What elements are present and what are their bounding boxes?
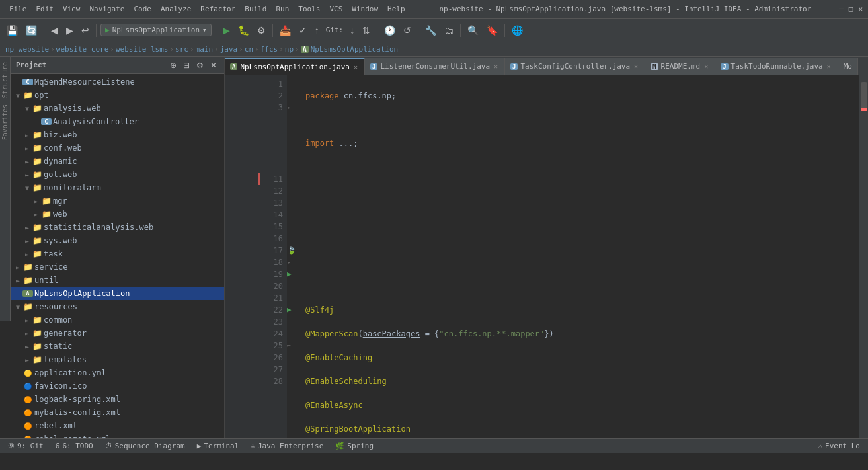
tab-listenerconsumer[interactable]: J ListenerConsumerUtil.java ✕ [365,58,505,75]
bottom-tab-todo[interactable]: 6 6: TODO [50,440,99,451]
breadcrumb-np-website[interactable]: np-website [5,45,49,54]
breadcrumb-website-core[interactable]: website-core [56,45,108,54]
code-text[interactable]: package cn.ffcs.np; import ...; @Slf4j @… [300,75,859,438]
breadcrumb-src[interactable]: src [175,45,188,54]
tree-item-conf-web[interactable]: ► 📁 conf.web [11,141,224,155]
bottom-tab-java-enterprise[interactable]: ☕ Java Enterprise [245,440,329,451]
tab-close-nplsmsopt[interactable]: ✕ [352,63,359,71]
git-update-btn[interactable]: 📥 [277,24,294,37]
search-btn[interactable]: 🔍 [465,24,481,37]
project-selector[interactable]: ▶ NpLsmsOptApplication ▾ [100,24,212,36]
menu-analyze[interactable]: Analyze [157,3,195,15]
menu-window[interactable]: Window [348,3,382,15]
menu-run[interactable]: Run [272,3,293,15]
tab-readme[interactable]: M README.md ✕ [645,58,715,75]
tree-item-resources[interactable]: ▼ 📁 resources [11,300,224,313]
tree-item-sys-web[interactable]: ► 📁 sys.web [11,234,224,247]
tab-close-tasktodorunnable[interactable]: ✕ [826,62,832,71]
tree-item-task[interactable]: ► 📁 task [11,247,224,260]
git-merge-btn[interactable]: ⇅ [360,24,373,37]
favorites-tab[interactable]: Favorites [1,102,9,143]
breadcrumb-ffcs[interactable]: ffcs [260,45,278,54]
bottom-tab-git[interactable]: ⑨ 9: Git [3,440,49,451]
scroll-thumb[interactable] [861,82,867,108]
tree-item-analysiscontroller[interactable]: C AnalysisController [11,115,224,128]
menu-help[interactable]: Help [383,3,409,15]
menu-tools[interactable]: Tools [294,3,324,15]
save-btn[interactable]: 💾 [4,24,20,37]
breadcrumb-cn[interactable]: cn [245,45,253,54]
run-config-btn[interactable]: ⚙ [255,24,268,37]
tree-item-rebel-remote-xml[interactable]: 🟠 rebel-remote.xml [11,432,224,438]
tree-item-mqsend[interactable]: C MqSendResourceListene [11,75,224,89]
tree-item-mybatis-xml[interactable]: 🟠 mybatis-config.xml [11,406,224,419]
breadcrumb-class[interactable]: A NpLsmsOptApplication [301,45,398,54]
git-fetch-btn[interactable]: ↓ [347,24,357,37]
add-icon[interactable]: ⊕ [168,60,178,71]
tab-close-taskconfigcontroller[interactable]: ✕ [633,62,639,71]
close-btn[interactable]: ✕ [858,5,863,13]
bookmark-btn[interactable]: 🔖 [484,24,500,37]
tree-item-statisticalanalysis[interactable]: ► 📁 statisticalanalysis.web [11,221,224,234]
tree-item-monitoralarm[interactable]: ▼ 📁 monitoralarm [11,181,224,194]
bottom-tab-eventlog[interactable]: ⚠ Event Lo [812,440,865,451]
tree-item-templates[interactable]: ► 📁 templates [11,353,224,366]
tree-item-generator[interactable]: ► 📁 generator [11,327,224,340]
tree-item-dynamic[interactable]: ► 📁 dynamic [11,155,224,168]
tab-taskconfigcontroller[interactable]: J TaskConfigController.java ✕ [505,58,645,75]
tab-more[interactable]: Mo [838,58,858,75]
menu-vcs[interactable]: VCS [325,3,346,15]
back-btn[interactable]: ◀ [48,24,61,37]
menu-file[interactable]: File [5,3,31,15]
breadcrumb-java[interactable]: java [220,45,238,54]
structure-tab[interactable]: Structure [1,59,9,100]
menu-build[interactable]: Build [241,3,270,15]
tab-bar[interactable]: A NpLsmsOptApplication.java ✕ J Listener… [225,57,868,75]
breadcrumb-main[interactable]: main [196,45,214,54]
tree-item-service[interactable]: ► 📁 service [11,260,224,274]
tab-close-readme[interactable]: ✕ [703,62,709,71]
tree-item-favicon-ico[interactable]: 🔵 favicon.ico [11,379,224,393]
menu-code[interactable]: Code [130,3,155,15]
breadcrumb-np[interactable]: np [285,45,294,54]
code-area[interactable]: 1 2 3 11 12 13 14 15 16 17 18 19 [225,75,868,438]
minimize-btn[interactable]: ─ [839,5,844,13]
editor-scrollbar[interactable] [859,75,868,438]
bottom-tab-sequence[interactable]: ⏱ Sequence Diagram [100,440,190,451]
menu-refactor[interactable]: Refactor [196,3,239,15]
tree-item-until[interactable]: ► 📁 until [11,274,224,287]
bottom-tab-spring[interactable]: 🌿 Spring [330,440,379,451]
tree-item-nplsmsopt[interactable]: A NpLsmsOptApplication [11,287,224,300]
forward-btn[interactable]: ▶ [63,24,76,37]
file-tree[interactable]: C MqSendResourceListene ▼ 📁 opt ▼ 📁 anal… [11,74,224,438]
tab-close-listenerconsumer[interactable]: ✕ [493,62,499,71]
tree-item-logback-xml[interactable]: 🟠 logback-spring.xml [11,393,224,406]
git-commit-btn[interactable]: ✓ [296,24,309,37]
tab-tasktodorunnable[interactable]: J TaskTodoRunnable.java ✕ [715,58,838,75]
revert-btn[interactable]: ↺ [401,24,414,37]
recent-files-btn[interactable]: ↩ [79,24,92,37]
breadcrumb-website-lsms[interactable]: website-lsms [116,45,168,54]
sync-btn[interactable]: 🔄 [23,24,40,37]
tab-nplsmsopt[interactable]: A NpLsmsOptApplication.java ✕ [225,58,365,75]
maximize-btn[interactable]: □ [849,5,853,13]
run-gutter[interactable]: ▸ 🍃 ▸ ▶ ▶ [287,75,300,438]
tree-item-biz-web[interactable]: ► 📁 biz.web [11,128,224,141]
menu-edit[interactable]: Edit [32,3,58,15]
tree-item-mgr[interactable]: ► 📁 mgr [11,194,224,208]
translate-btn[interactable]: 🌐 [509,24,526,37]
gear-icon[interactable]: ⚙ [194,60,206,71]
bottom-tab-terminal[interactable]: ▶ Terminal [192,440,245,451]
tree-item-analysis-web[interactable]: ▼ 📁 analysis.web [11,102,224,115]
code-scroll-area[interactable]: 1 2 3 11 12 13 14 15 16 17 18 19 [260,75,859,438]
run-btn[interactable]: ▶ [220,24,233,37]
tree-item-opt[interactable]: ▼ 📁 opt [11,89,224,102]
tree-item-gol-web[interactable]: ► 📁 gol.web [11,168,224,181]
tree-item-application-yml[interactable]: 🟡 application.yml [11,366,224,379]
close-sidebar-icon[interactable]: ✕ [208,60,219,71]
tree-item-web[interactable]: ► 📁 web [11,208,224,221]
menu-bar[interactable]: File Edit View Navigate Code Analyze Ref… [5,3,409,15]
history-btn[interactable]: 🕐 [381,24,398,37]
tree-item-static[interactable]: ► 📁 static [11,340,224,353]
layout-icon[interactable]: ⊟ [181,60,192,71]
